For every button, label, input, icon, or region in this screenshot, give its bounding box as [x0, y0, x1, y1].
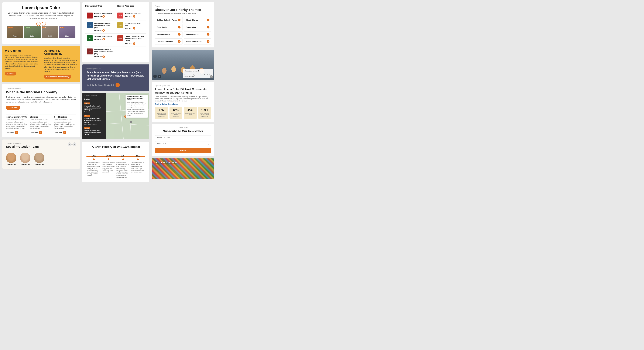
team-members: Jennifer Doe Jennifer Doe Jennifer Doe — [6, 153, 76, 166]
timeline-year-1997: 1997 — [86, 155, 101, 157]
photo-next-btn[interactable]: › — [158, 75, 161, 78]
language-field[interactable] — [155, 141, 211, 146]
org-lacre: LACRE La Red Latinoamericana de Reciclad… — [116, 34, 146, 47]
faqs-learn-more[interactable]: Learn More → — [6, 131, 28, 134]
map-org-2[interactable]: Ghana Informal Hawkers and Vendors Assoc… — [84, 114, 104, 125]
learn-more-button[interactable]: Learn More — [6, 106, 20, 110]
theme-formalization[interactable]: Formalization + — [184, 24, 212, 30]
iuf-logo: IUF — [87, 49, 93, 55]
stats-arrow-icon: → — [39, 131, 42, 134]
timeline-year-2003: 2003 — [101, 155, 116, 157]
hero-prev-btn[interactable]: ‹ — [36, 22, 40, 26]
homenet-intl-read-more[interactable]: Read More ● — [94, 15, 112, 18]
map-org-3[interactable]: Ghana Informal Hawkers and Vendors Assoc… — [84, 127, 104, 136]
worker-edu-link[interactable]: Check Out Our Worker Education Hub → — [86, 83, 145, 87]
email-field[interactable] — [155, 135, 211, 140]
map-area: ✕ Informal Hawkers and Vendors Associati… — [106, 93, 149, 139]
stat-value-0: 1.3M — [156, 109, 167, 112]
board-title: Our Board & Accountability — [44, 49, 77, 56]
idwf-read-more[interactable]: Read More ● — [94, 29, 114, 32]
governance-button[interactable]: Governance & Accountability — [44, 75, 72, 79]
hiring-description: Lorem ipsum dolor sit amet, consectetur … — [5, 54, 38, 70]
hero-title-card: Lorem Ipsum Dolor Lorem ipsum dolor sit … — [2, 3, 80, 44]
theme-womens-leadership[interactable]: Women's Leadership + — [184, 39, 212, 45]
team-next-btn[interactable]: › — [72, 142, 76, 146]
lacre-read-more-dot: ● — [133, 42, 135, 45]
photo-info-btn[interactable]: ℹ — [210, 75, 213, 78]
map-back-link[interactable]: ← Back to All Regions — [84, 95, 104, 96]
map-org-2-type: Trade union congress — [84, 124, 104, 125]
theme-legal-empowerment[interactable]: Legal Empowerment + — [155, 39, 182, 45]
stats-card: Optional Eyebrow Text Lorem Ipsum Dolor … — [152, 82, 214, 122]
stats-learn-more[interactable]: Learn More → — [30, 131, 52, 134]
homenet-sa-name: HomeNet South Asia — [125, 13, 141, 15]
org-row-2: IDWF International Domestic Workers Fede… — [85, 20, 146, 34]
stats-second-button[interactable]: This is an Optional Second Button — [155, 103, 211, 105]
stat-item-0: 1.3M People in Accra work in Informal Em… — [155, 107, 168, 119]
iuf-read-more[interactable]: Read More ● — [94, 56, 114, 58]
photo-caption-title: Photo: Juan Arredondo — [184, 70, 212, 72]
hero-title: Lorem Ipsum Dolor — [7, 5, 76, 10]
theme-plus-icon-7: + — [207, 40, 210, 43]
map-sidebar: ← Back to All Regions Africa Ghana Infor… — [82, 93, 106, 139]
info-col-faqs: Informal Economy FAQs Lorem ipsum dolor … — [6, 114, 28, 134]
map-org-3-name: Informal Hawkers and Vendors Association… — [84, 130, 104, 136]
hero-description: Lorem ipsum dolor sit amet, consectetur … — [7, 12, 76, 20]
theme-global-research[interactable]: Global Research + — [184, 31, 212, 37]
stat-label-1: Lorem ipsum dolor sit amet consectetur — [171, 113, 181, 117]
city-accra[interactable]: Course Accra — [7, 26, 24, 38]
info-col-faqs-text: Lorem ipsum dolor sit amet consectetur a… — [6, 119, 28, 129]
city-dakar[interactable]: Seminar Dakar — [24, 26, 41, 38]
org-homenet-sea: HN SEA HomeNet South-East Asia Read More… — [116, 21, 146, 34]
photo-caption-text: Lima's street vendors have met with offi… — [184, 72, 211, 77]
team-prev-btn[interactable]: ‹ — [68, 142, 72, 146]
team-member-3: Jennifer Doe — [34, 153, 44, 166]
theme-global-advocacy[interactable]: Global Advocacy + — [155, 31, 182, 37]
timeline-2009: 2009 Lorem ipsum dolor sit amet consecte… — [130, 155, 145, 173]
theme-building-collective-power[interactable]: Building Collective Power + — [155, 17, 182, 23]
org-row-3: SN StreetNet International Read More ● L… — [85, 34, 146, 47]
city-delhi-label: Delhi — [42, 35, 58, 37]
info-col-stats-text: Lorem ipsum dolor sit amet consectetur a… — [30, 119, 52, 129]
svg-line-1 — [119, 93, 124, 139]
careers-button[interactable]: Careers — [5, 72, 16, 76]
hero-next-btn[interactable]: › — [42, 22, 46, 26]
lacre-read-more[interactable]: Read More ● — [125, 42, 145, 45]
streetnet-logo: SN — [87, 35, 93, 41]
homenet-sea-read-more[interactable]: Read More ● — [125, 27, 145, 30]
city-delhi[interactable]: India Delhi — [42, 26, 58, 38]
theme-climate-change[interactable]: Climate Change + — [184, 17, 212, 23]
theme-plus-icon-4: + — [178, 33, 180, 36]
map-region-title: Africa — [84, 98, 104, 100]
city-lima[interactable]: Peru Lima — [59, 26, 76, 38]
mural-text: LA PAZ ES NUESTRA! — [155, 161, 177, 164]
regional-orgs-col-title: Region-Wide Orgs — [117, 5, 146, 8]
themes-card: Themes Discover Our Priority Themes The … — [152, 3, 214, 48]
city-lima-label: Lima — [59, 35, 76, 37]
practices-learn-more[interactable]: Learn More → — [54, 131, 76, 134]
streetnet-name: StreetNet International — [94, 35, 112, 38]
stat-value-2: 45% — [185, 109, 196, 112]
newsletter-submit-button[interactable]: Submit — [155, 148, 211, 153]
stat-label-3: Risus eget risus sapien eu enim nibh vit… — [200, 113, 210, 117]
photo-prev-btn[interactable]: ‹ — [153, 75, 157, 78]
stat-label-0: People in Accra work in Informal Employm… — [156, 113, 167, 117]
map-card: ← Back to All Regions Africa Ghana Infor… — [82, 93, 149, 139]
map-popup-close[interactable]: ✕ — [146, 95, 147, 97]
themes-eyebrow: Themes — [155, 5, 212, 7]
social-team-title: Social Protection Team — [6, 145, 76, 148]
board-description: Lorem ipsum dolor sit amet, consectetur … — [44, 57, 77, 73]
timeline-text-1997: Lorem ipsum dolor sit amet consectetur a… — [86, 162, 101, 177]
streetnet-read-more[interactable]: Read More ● — [94, 38, 112, 41]
homenet-sa-read-more[interactable]: Read More ● — [125, 15, 141, 18]
streetnet-read-more-dot: ● — [102, 38, 105, 41]
map-org-1-name: Informal Hawkers and Vendors Association… — [84, 105, 104, 111]
info-col-faqs-title: Informal Economy FAQs — [6, 116, 28, 118]
lacre-info: La Red Latinoamericana de Recicladores (… — [125, 35, 145, 45]
theme-plus-icon-3: + — [207, 26, 210, 29]
faqs-arrow-icon: → — [15, 131, 18, 134]
map-org-1[interactable]: Ghana Informal Hawkers and Vendors Assoc… — [84, 102, 104, 113]
theme-fiscal-justice[interactable]: Fiscal Justice + — [155, 24, 182, 30]
theme-plus-icon-6: + — [178, 40, 180, 43]
worker-edu-link-text: Check Out Our Worker Education Hub — [86, 84, 114, 86]
